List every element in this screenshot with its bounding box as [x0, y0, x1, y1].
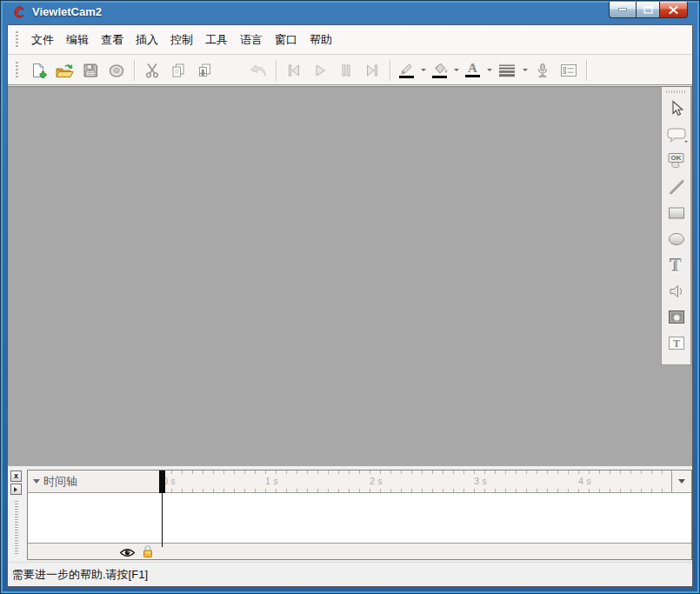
timeline-title: 时间轴 — [43, 474, 77, 490]
toolbar-separator — [276, 60, 277, 81]
menu-item-insert[interactable]: 插入 — [130, 32, 164, 48]
text-tool-button[interactable]: T — [663, 252, 689, 278]
side-toolbar-strip: OK — [661, 86, 692, 466]
image-icon — [667, 308, 686, 327]
timeline-footer — [28, 543, 691, 559]
paste-button[interactable] — [191, 58, 217, 83]
visibility-toggle[interactable] — [119, 546, 136, 562]
ok-button-tool-button[interactable]: OK — [663, 148, 689, 174]
toolbar-separator — [390, 60, 390, 81]
timeline-box: 时间轴 0 s 1 s 2 s 3 s 4 s — [27, 470, 692, 560]
first-frame-button[interactable] — [281, 58, 307, 83]
fill-color-button[interactable] — [428, 58, 451, 83]
timeline-layer-header[interactable]: 时间轴 — [28, 471, 161, 493]
menu-item-control[interactable]: 控制 — [164, 32, 199, 48]
line-width-dropdown[interactable] — [520, 58, 530, 83]
line-width-button[interactable] — [494, 58, 520, 83]
stage-canvas[interactable] — [8, 86, 661, 466]
line-width-icon — [498, 63, 516, 77]
open-folder-icon — [55, 62, 74, 79]
record-button[interactable] — [103, 58, 130, 83]
line-tool-button[interactable] — [663, 174, 689, 200]
font-color-button[interactable]: A — [461, 58, 484, 83]
fill-color-swatch — [432, 76, 447, 78]
line-icon — [667, 177, 686, 197]
minimize-button[interactable] — [609, 2, 637, 18]
cursor-tool-button[interactable] — [663, 96, 689, 122]
microphone-icon — [534, 62, 551, 79]
cut-icon — [143, 62, 161, 79]
speech-bubble-icon — [666, 126, 687, 143]
menu-item-help[interactable]: 帮助 — [303, 32, 338, 48]
audio-tool-button[interactable] — [663, 278, 689, 304]
title-bar: ViewletCam2 — [0, 0, 700, 24]
pause-button[interactable] — [333, 58, 359, 83]
play-button[interactable] — [307, 58, 333, 83]
timeline-close-button[interactable]: x — [10, 471, 22, 482]
pen-icon — [398, 62, 416, 75]
copy-button[interactable] — [165, 58, 191, 83]
menu-item-language[interactable]: 语言 — [234, 32, 269, 48]
timeline-grip[interactable] — [15, 501, 18, 555]
textbox-icon: T — [667, 334, 686, 353]
timeline-ruler[interactable]: 0 s 1 s 2 s 3 s 4 s — [161, 471, 671, 493]
properties-panel-icon — [559, 62, 578, 79]
ruler-label-2s: 2 s — [370, 476, 383, 486]
ruler-label-4s: 4 s — [578, 476, 591, 486]
chevron-down-icon — [523, 69, 528, 74]
chevron-down-icon — [678, 479, 685, 484]
app-logo-icon[interactable] — [12, 5, 26, 19]
menu-item-file[interactable]: 文件 — [25, 32, 60, 48]
lock-toggle[interactable] — [142, 544, 154, 562]
fill-bucket-icon — [431, 62, 449, 75]
new-file-button[interactable] — [25, 58, 51, 83]
new-file-icon — [30, 62, 47, 79]
palette-grip[interactable] — [666, 90, 687, 93]
eye-icon — [119, 547, 136, 558]
menu-bar: 文件 编辑 查看 插入 控制 工具 语言 窗口 帮助 — [8, 25, 692, 55]
last-frame-button[interactable] — [359, 58, 385, 83]
timeline-options-dropdown[interactable] — [671, 471, 691, 493]
font-color-dropdown[interactable] — [484, 58, 494, 83]
menubar-grip[interactable] — [16, 31, 18, 49]
collapse-icon — [33, 479, 40, 484]
last-frame-icon — [363, 62, 381, 79]
maximize-button[interactable] — [636, 2, 660, 18]
menu-item-window[interactable]: 窗口 — [269, 32, 303, 48]
application-window: ViewletCam2 文件 编辑 查看 插入 控制 工具 语言 窗口 帮助 — [0, 0, 700, 594]
cut-button[interactable] — [139, 58, 165, 83]
timeline-expand-button[interactable] — [10, 484, 22, 495]
save-icon — [82, 62, 99, 79]
svg-text:T: T — [672, 337, 679, 350]
fill-color-dropdown[interactable] — [451, 58, 461, 83]
pen-color-button[interactable] — [395, 58, 418, 83]
note-tool-button[interactable] — [663, 122, 689, 148]
ellipse-tool-button[interactable] — [663, 226, 689, 252]
cursor-arrow-icon — [667, 99, 686, 118]
menu-item-edit[interactable]: 编辑 — [60, 32, 95, 48]
window-title: ViewletCam2 — [32, 0, 102, 24]
textbox-tool-button[interactable]: T — [663, 330, 689, 357]
close-button[interactable] — [659, 2, 688, 18]
timeline-track[interactable] — [28, 493, 691, 543]
toolbar-grip[interactable] — [16, 62, 18, 79]
copy-icon — [170, 62, 187, 79]
menu-item-view[interactable]: 查看 — [95, 32, 130, 48]
chevron-down-icon — [487, 69, 492, 74]
menu-item-tools[interactable]: 工具 — [199, 32, 234, 48]
properties-panel-button[interactable] — [556, 58, 582, 83]
image-tool-button[interactable] — [663, 304, 689, 330]
chevron-down-icon — [684, 141, 688, 144]
save-button[interactable] — [77, 58, 103, 83]
open-file-button[interactable] — [51, 58, 77, 83]
rectangle-tool-button[interactable] — [663, 200, 689, 226]
microphone-button[interactable] — [530, 58, 556, 83]
playhead-handle[interactable] — [159, 471, 165, 493]
undo-icon — [247, 62, 270, 79]
paste-icon — [196, 62, 213, 79]
pen-color-dropdown[interactable] — [418, 58, 428, 83]
undo-button[interactable] — [245, 58, 271, 83]
status-message: 需要进一步的帮助.请按[F1] — [12, 568, 148, 581]
lock-icon — [142, 544, 154, 558]
play-icon — [311, 62, 329, 79]
